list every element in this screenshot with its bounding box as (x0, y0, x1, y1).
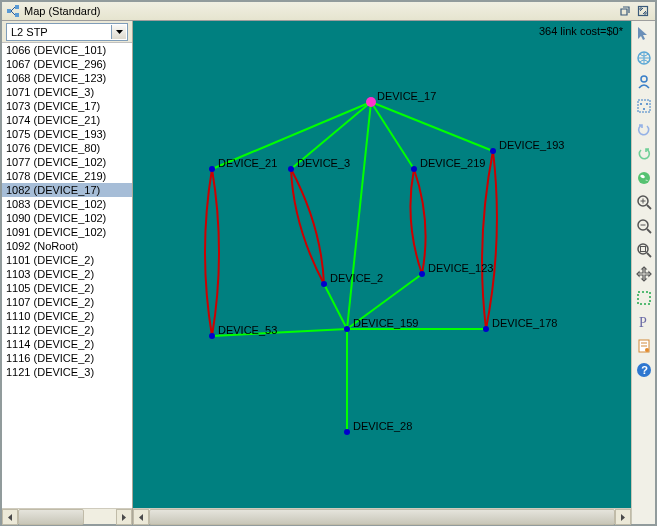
person-icon[interactable] (635, 73, 653, 91)
list-item[interactable]: 1071 (DEVICE_3) (2, 85, 132, 99)
list-item[interactable]: 1083 (DEVICE_102) (2, 197, 132, 211)
list-item[interactable]: 1103 (DEVICE_2) (2, 267, 132, 281)
list-item[interactable]: 1114 (DEVICE_2) (2, 337, 132, 351)
svg-rect-1 (15, 5, 19, 9)
body: L2 STP 1066 (DEVICE_101)1067 (DEVICE_296… (2, 21, 655, 524)
pan-icon[interactable] (635, 265, 653, 283)
list-item[interactable]: 1078 (DEVICE_219) (2, 169, 132, 183)
svg-rect-44 (638, 292, 650, 304)
list-item[interactable]: 1107 (DEVICE_2) (2, 295, 132, 309)
scroll-thumb[interactable] (149, 509, 615, 525)
select-area-icon[interactable] (635, 289, 653, 307)
scroll-right-icon[interactable] (615, 509, 631, 525)
scroll-thumb[interactable] (18, 509, 84, 525)
combo-wrap: L2 STP (2, 21, 132, 43)
pointer-icon[interactable] (635, 25, 653, 43)
map-h-scrollbar[interactable] (133, 508, 631, 524)
right-toolbar: P? (631, 21, 655, 524)
note-icon[interactable] (635, 337, 653, 355)
list-item[interactable]: 1076 (DEVICE_80) (2, 141, 132, 155)
svg-line-11 (324, 284, 347, 329)
list-item[interactable]: 1116 (DEVICE_2) (2, 351, 132, 365)
undo-icon[interactable] (635, 121, 653, 139)
topology-map[interactable]: 364 link cost=$0* DEVICE_17DEVICE_21DEVI… (133, 21, 631, 508)
list-item[interactable]: 1110 (DEVICE_2) (2, 309, 132, 323)
zoom-in-icon[interactable] (635, 193, 653, 211)
svg-point-31 (646, 103, 648, 105)
list-item[interactable]: 1077 (DEVICE_102) (2, 155, 132, 169)
list-item[interactable]: 1082 (DEVICE_17) (2, 183, 132, 197)
svg-line-35 (647, 205, 651, 209)
device-list[interactable]: 1066 (DEVICE_101)1067 (DEVICE_296)1068 (… (2, 43, 132, 508)
svg-point-21 (321, 281, 327, 287)
list-item[interactable]: 1075 (DEVICE_193) (2, 127, 132, 141)
sidebar: L2 STP 1066 (DEVICE_101)1067 (DEVICE_296… (2, 21, 133, 524)
list-item[interactable]: 1067 (DEVICE_296) (2, 57, 132, 71)
window-title: Map (Standard) (24, 5, 615, 17)
svg-point-30 (640, 103, 642, 105)
svg-point-16 (366, 97, 376, 107)
svg-line-7 (291, 102, 371, 169)
list-item[interactable]: 1074 (DEVICE_21) (2, 113, 132, 127)
list-item[interactable]: 1090 (DEVICE_102) (2, 211, 132, 225)
p-icon[interactable]: P (635, 313, 653, 331)
list-item[interactable]: 1091 (DEVICE_102) (2, 225, 132, 239)
list-item[interactable]: 1101 (DEVICE_2) (2, 253, 132, 267)
fit-icon[interactable] (635, 97, 653, 115)
svg-line-42 (647, 253, 651, 257)
svg-rect-2 (15, 13, 19, 17)
map-app-icon (6, 4, 20, 18)
list-item[interactable]: 1066 (DEVICE_101) (2, 43, 132, 57)
svg-point-49 (645, 348, 649, 352)
layer-combo[interactable]: L2 STP (6, 23, 128, 41)
list-item[interactable]: 1073 (DEVICE_17) (2, 99, 132, 113)
combo-value: L2 STP (11, 26, 48, 38)
zoom-region-icon[interactable] (635, 241, 653, 259)
svg-line-12 (347, 274, 422, 329)
svg-point-24 (209, 333, 215, 339)
svg-line-9 (371, 102, 493, 151)
svg-line-10 (347, 102, 371, 329)
svg-point-17 (209, 166, 215, 172)
svg-rect-29 (638, 100, 650, 112)
maximize-button[interactable] (635, 3, 651, 19)
svg-line-4 (11, 11, 15, 15)
svg-rect-43 (640, 247, 645, 252)
center: 364 link cost=$0* DEVICE_17DEVICE_21DEVI… (133, 21, 631, 524)
globe-icon[interactable] (635, 49, 653, 67)
zoom-out-icon[interactable] (635, 217, 653, 235)
svg-point-26 (344, 429, 350, 435)
redo-icon[interactable] (635, 145, 653, 163)
svg-point-25 (483, 326, 489, 332)
svg-line-6 (212, 102, 371, 169)
svg-rect-0 (7, 9, 11, 13)
list-item[interactable]: 1112 (DEVICE_2) (2, 323, 132, 337)
help-icon[interactable]: ? (635, 361, 653, 379)
svg-point-41 (638, 244, 648, 254)
svg-line-3 (11, 7, 15, 11)
svg-line-8 (371, 102, 414, 169)
scroll-left-icon[interactable] (2, 509, 18, 525)
earth-icon[interactable] (635, 169, 653, 187)
list-item[interactable]: 1105 (DEVICE_2) (2, 281, 132, 295)
map-window: Map (Standard) L2 STP 1066 (DEVICE_101)1… (0, 0, 657, 526)
svg-point-28 (641, 76, 647, 82)
restore-button[interactable] (617, 3, 633, 19)
svg-text:P: P (639, 315, 647, 330)
scroll-left-icon[interactable] (133, 509, 149, 525)
svg-point-32 (643, 108, 645, 110)
list-item[interactable]: 1068 (DEVICE_123) (2, 71, 132, 85)
svg-point-23 (344, 326, 350, 332)
titlebar: Map (Standard) (2, 2, 655, 21)
list-h-scrollbar[interactable] (2, 508, 132, 524)
svg-point-22 (419, 271, 425, 277)
svg-point-20 (490, 148, 496, 154)
list-item[interactable]: 1092 (NoRoot) (2, 239, 132, 253)
svg-point-19 (411, 166, 417, 172)
svg-line-13 (212, 329, 347, 336)
svg-line-39 (647, 229, 651, 233)
svg-text:?: ? (641, 364, 648, 376)
list-item[interactable]: 1121 (DEVICE_3) (2, 365, 132, 379)
chevron-down-icon (111, 25, 126, 39)
scroll-right-icon[interactable] (116, 509, 132, 525)
